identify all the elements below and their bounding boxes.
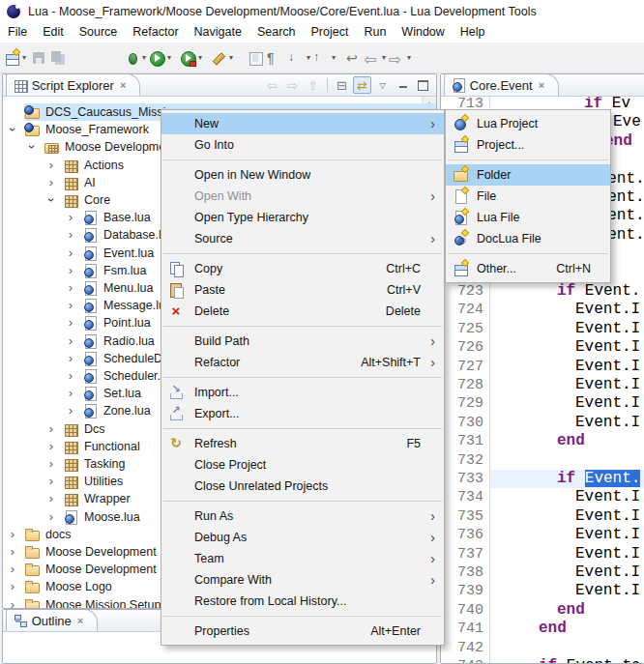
dropdown-arrow-icon[interactable]: ▾ xyxy=(304,53,313,62)
menu-item-build-path[interactable]: Build Path› xyxy=(161,331,444,352)
dropdown-arrow-icon[interactable]: ▾ xyxy=(195,53,205,62)
debug-button[interactable]: ▾ xyxy=(124,46,149,70)
twistie-closed-icon[interactable]: › xyxy=(7,526,18,543)
menubar-help[interactable]: Help xyxy=(453,22,493,43)
menubar-file[interactable]: File xyxy=(0,22,35,43)
twistie-open-icon[interactable]: › xyxy=(23,141,41,153)
dropdown-arrow-icon[interactable]: ▾ xyxy=(19,53,29,62)
twistie-open-icon[interactable]: › xyxy=(4,124,21,135)
menu-item-open-with[interactable]: Open With› xyxy=(161,186,444,207)
menu-item-team[interactable]: Team› xyxy=(161,548,444,569)
twistie-closed-icon[interactable]: › xyxy=(7,578,18,595)
code-line-735[interactable]: Event.I xyxy=(575,507,640,526)
twistie-closed-icon[interactable]: › xyxy=(45,420,57,438)
menu-item-import[interactable]: ↘Import... xyxy=(161,382,444,403)
menubar-run[interactable]: Run xyxy=(356,22,394,43)
close-icon[interactable]: × xyxy=(77,615,91,626)
twistie-closed-icon[interactable]: › xyxy=(65,245,76,262)
link-with-editor-button[interactable]: ⇄ xyxy=(353,76,371,94)
code-line-724[interactable]: Event.I xyxy=(575,301,640,319)
dropdown-arrow-icon[interactable]: ▾ xyxy=(379,53,389,62)
menubar-edit[interactable]: Edit xyxy=(35,22,72,43)
menu-item-copy[interactable]: CopyCtrl+C xyxy=(161,258,444,279)
forward-button[interactable]: ⇨▾ xyxy=(389,46,414,70)
nav-up-button[interactable]: ⇧ xyxy=(304,76,322,94)
new-wizard-button[interactable]: ▾ xyxy=(4,46,29,70)
twistie-closed-icon[interactable]: › xyxy=(45,455,57,473)
menu-item-properties[interactable]: PropertiesAlt+Enter xyxy=(161,621,444,642)
menu-item-close-unrelated-projects[interactable]: Close Unrelated Projects xyxy=(161,476,444,497)
menu-item-debug-as[interactable]: Debug As› xyxy=(161,527,444,548)
code-line-731[interactable]: end xyxy=(557,432,585,450)
menu-item-project[interactable]: Project... xyxy=(446,134,610,156)
save-all-button[interactable] xyxy=(48,46,68,70)
back-button[interactable]: ⇦▾ xyxy=(364,46,389,70)
twistie-open-icon[interactable]: › xyxy=(43,194,60,206)
twistie-closed-icon[interactable]: › xyxy=(65,262,76,279)
menu-item-run-as[interactable]: Run As› xyxy=(161,505,444,527)
run-button[interactable]: ▾ xyxy=(149,46,174,70)
menu-item-close-project[interactable]: Close Project xyxy=(161,454,444,476)
tab-outline[interactable]: Outline × xyxy=(6,609,98,631)
next-annotation-button[interactable]: ↓▾ xyxy=(288,46,313,70)
code-line-740[interactable]: end xyxy=(557,601,585,620)
prev-annotation-button[interactable]: ↑▾ xyxy=(313,46,338,70)
menu-item-refresh[interactable]: ↻RefreshF5 xyxy=(161,433,444,454)
menu-item-folder[interactable]: Folder xyxy=(446,164,610,186)
code-line-743[interactable]: if Event.ta xyxy=(539,657,641,663)
code-line-738[interactable]: Event.I xyxy=(575,563,640,582)
code-line-733[interactable]: if Event. xyxy=(557,470,640,488)
code-line-727[interactable]: Event.I xyxy=(575,358,640,376)
code-line-725[interactable]: Event.I xyxy=(575,320,640,338)
menubar-window[interactable]: Window xyxy=(394,22,452,43)
mark-occurrences-button[interactable] xyxy=(246,46,265,70)
twistie-closed-icon[interactable]: › xyxy=(45,438,57,455)
menu-item-doclua-file[interactable]: DocLua File xyxy=(446,228,610,249)
coverage-button[interactable]: ▾ xyxy=(180,46,205,70)
last-edit-location-button[interactable]: ↩ xyxy=(344,46,364,70)
twistie-closed-icon[interactable]: › xyxy=(45,157,57,174)
twistie-closed-icon[interactable]: › xyxy=(65,226,76,244)
twistie-closed-icon[interactable]: › xyxy=(65,332,76,350)
tab-script-explorer[interactable]: Script Explorer × xyxy=(6,73,140,96)
dropdown-arrow-icon[interactable]: ▾ xyxy=(226,53,236,62)
menu-item-go-into[interactable]: Go Into xyxy=(161,134,444,156)
twistie-closed-icon[interactable]: › xyxy=(45,174,57,191)
twistie-closed-icon[interactable]: › xyxy=(65,402,76,419)
close-icon[interactable]: × xyxy=(539,79,552,91)
menubar-source[interactable]: Source xyxy=(72,22,126,43)
menubar-project[interactable]: Project xyxy=(304,22,357,43)
menu-item-refactor[interactable]: RefactorAlt+Shift+T› xyxy=(161,352,444,373)
dropdown-arrow-icon[interactable]: ▾ xyxy=(164,53,174,62)
code-line-728[interactable]: Event.I xyxy=(575,376,640,394)
dropdown-arrow-icon[interactable]: ▾ xyxy=(404,53,414,62)
code-line-736[interactable]: Event.I xyxy=(575,526,640,544)
menu-item-export[interactable]: ↗Export... xyxy=(161,403,444,424)
nav-forward-button[interactable]: ⇨ xyxy=(283,76,302,94)
menubar-refactor[interactable]: Refactor xyxy=(125,22,186,43)
menu-item-lua-project[interactable]: Lua Project xyxy=(446,113,610,134)
menu-item-file[interactable]: File xyxy=(446,186,610,207)
code-line-726[interactable]: Event.I xyxy=(575,338,640,357)
menu-item-other[interactable]: Other...Ctrl+N xyxy=(446,258,610,279)
twistie-closed-icon[interactable]: › xyxy=(65,350,76,367)
maximize-button[interactable] xyxy=(414,76,432,94)
menu-item-paste[interactable]: PasteCtrl+V xyxy=(161,279,444,301)
show-whitespace-button[interactable]: ¶ xyxy=(265,46,284,70)
menu-item-compare-with[interactable]: Compare With› xyxy=(161,569,444,591)
menubar-search[interactable]: Search xyxy=(249,22,304,43)
external-tools-button[interactable]: ▾ xyxy=(211,46,236,70)
menu-item-lua-file[interactable]: Lua File xyxy=(446,207,610,228)
twistie-closed-icon[interactable]: › xyxy=(7,561,18,578)
twistie-closed-icon[interactable]: › xyxy=(7,596,18,608)
close-icon[interactable]: × xyxy=(120,79,133,91)
menu-item-delete[interactable]: ×DeleteDelete xyxy=(161,301,444,322)
code-line-739[interactable]: Event.I xyxy=(575,582,640,600)
twistie-closed-icon[interactable]: › xyxy=(45,473,57,490)
twistie-closed-icon[interactable]: › xyxy=(65,385,76,402)
collapse-all-button[interactable]: ⊟ xyxy=(333,76,351,94)
dropdown-arrow-icon[interactable]: ▾ xyxy=(139,53,149,62)
menu-item-open-in-new-window[interactable]: Open in New Window xyxy=(161,164,444,186)
twistie-closed-icon[interactable]: › xyxy=(45,508,57,526)
code-line-734[interactable]: Event.I xyxy=(575,488,640,506)
